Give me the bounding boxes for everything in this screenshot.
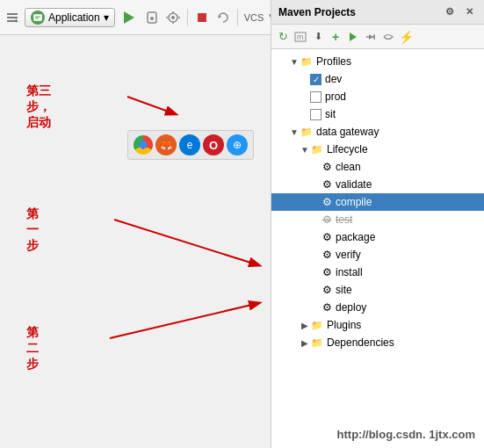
- rerun-icon[interactable]: [214, 9, 232, 26]
- maven-toolbar: ↻ m ⬇ + ⚡: [271, 25, 484, 49]
- profiles-toggle[interactable]: ▼: [289, 56, 300, 67]
- left-panel: 第三步，启动 🦊 e O ⊕ 第一步 第二步: [0, 35, 272, 448]
- dependencies-node[interactable]: ▶ 📁 Dependencies: [271, 334, 484, 351]
- validate-gear-icon: ⚙: [321, 178, 333, 191]
- browser-icons-row: 🦊 e O ⊕: [127, 130, 254, 160]
- run-config-dropdown-arrow[interactable]: ▾: [104, 11, 109, 24]
- debug-icon[interactable]: [143, 9, 161, 26]
- maven-settings-icon[interactable]: ⚙: [442, 4, 458, 20]
- install-label: install: [336, 266, 363, 278]
- edge-icon[interactable]: e: [179, 134, 200, 155]
- plugins-label: Plugins: [327, 319, 361, 331]
- profiles-label: Profiles: [316, 55, 351, 68]
- step3-label: 第三步，启动: [26, 83, 51, 131]
- opera-icon[interactable]: O: [203, 134, 224, 155]
- package-label: package: [336, 231, 375, 243]
- clean-label: clean: [336, 161, 361, 173]
- maven-run-lifecycle-icon[interactable]: [345, 29, 361, 45]
- profiles-folder-icon: 📁: [300, 56, 314, 67]
- plugins-folder-icon: 📁: [310, 320, 324, 330]
- separator2: [237, 9, 238, 26]
- stop-icon[interactable]: [193, 9, 211, 26]
- dependencies-folder-icon: 📁: [310, 337, 324, 348]
- validate-label: validate: [336, 178, 372, 191]
- maven-close-icon[interactable]: ✕: [461, 4, 477, 20]
- lifecycle-folder-icon: 📁: [310, 144, 324, 155]
- verify-gear-icon: ⚙: [321, 249, 333, 261]
- data-gateway-toggle[interactable]: ▼: [289, 126, 300, 137]
- clean-item[interactable]: ⚙ clean: [271, 158, 484, 176]
- step2-label: 第二步: [26, 325, 39, 372]
- maven-add-icon[interactable]: +: [328, 29, 343, 45]
- run-button[interactable]: [119, 9, 140, 26]
- validate-item[interactable]: ⚙ validate: [271, 176, 484, 193]
- maven-toggle-offline-icon[interactable]: [380, 29, 396, 45]
- watermark-text: http://blog.csdn. 1jtx.com: [337, 428, 475, 441]
- sit-item[interactable]: sit: [271, 105, 484, 123]
- browser5-icon[interactable]: ⊕: [227, 134, 248, 155]
- dev-checkbox[interactable]: ✓: [310, 74, 321, 85]
- svg-marker-26: [369, 34, 373, 40]
- dev-item[interactable]: ✓ dev: [271, 70, 484, 88]
- test-label: test: [336, 213, 352, 226]
- data-gateway-icon: 📁: [300, 126, 314, 137]
- sit-checkbox[interactable]: [310, 109, 321, 120]
- svg-rect-4: [33, 14, 42, 21]
- maven-run-triangle: [350, 33, 357, 41]
- lifecycle-node[interactable]: ▼ 📁 Lifecycle: [271, 141, 484, 158]
- deploy-gear-icon: ⚙: [321, 301, 333, 314]
- firefox-icon[interactable]: 🦊: [155, 134, 177, 155]
- prod-checkbox[interactable]: [310, 91, 321, 103]
- vcs1-label: VCS: [244, 12, 264, 23]
- plugins-toggle[interactable]: ▶: [300, 320, 310, 330]
- maven-projects-panel: Maven Projects ⚙ ✕ ↻ m ⬇ +: [271, 0, 484, 448]
- sort-icon[interactable]: ↑↓: [4, 9, 21, 26]
- compile-label: compile: [336, 196, 372, 208]
- chrome-icon[interactable]: [134, 135, 153, 155]
- maven-header: Maven Projects ⚙ ✕: [271, 0, 484, 25]
- compile-item[interactable]: ⚙ compile: [271, 193, 484, 211]
- svg-text:m: m: [297, 33, 304, 41]
- maven-title: Maven Projects: [278, 6, 356, 18]
- verify-label: verify: [336, 249, 361, 261]
- plugins-node[interactable]: ▶ 📁 Plugins: [271, 316, 484, 334]
- maven-lightning-icon[interactable]: ⚡: [398, 29, 414, 45]
- run-config-label: Application: [48, 11, 100, 24]
- maven-refresh-icon[interactable]: ↻: [275, 29, 291, 45]
- svg-marker-16: [219, 15, 221, 18]
- install-item[interactable]: ⚙ install: [271, 264, 484, 281]
- verify-item[interactable]: ⚙ verify: [271, 246, 484, 264]
- deploy-item[interactable]: ⚙ deploy: [271, 299, 484, 316]
- site-gear-icon: ⚙: [321, 284, 333, 296]
- svg-text:↑↓: ↑↓: [14, 17, 19, 25]
- deploy-label: deploy: [336, 301, 366, 314]
- run-config-button[interactable]: Application ▾: [25, 8, 115, 27]
- test-gear-icon: ⚙: [321, 213, 333, 226]
- sit-label: sit: [325, 108, 336, 120]
- package-item[interactable]: ⚙ package: [271, 228, 484, 246]
- package-gear-icon: ⚙: [321, 231, 333, 243]
- maven-download-icon[interactable]: ⬇: [310, 29, 326, 45]
- prod-label: prod: [325, 90, 346, 103]
- maven-skip-tests-icon[interactable]: [363, 29, 379, 45]
- maven-add-maven-icon[interactable]: m: [293, 29, 308, 45]
- build-icon[interactable]: [164, 9, 182, 26]
- maven-tree: ▼ 📁 Profiles ✓ dev prod sit ▼ 📁 data gat…: [271, 49, 484, 355]
- dependencies-label: Dependencies: [327, 336, 394, 349]
- profiles-node[interactable]: ▼ 📁 Profiles: [271, 53, 484, 70]
- test-item[interactable]: ⚙ test: [271, 211, 484, 228]
- site-item[interactable]: ⚙ site: [271, 281, 484, 299]
- prod-item[interactable]: prod: [271, 88, 484, 105]
- data-gateway-node[interactable]: ▼ 📁 data gateway: [271, 123, 484, 141]
- site-label: site: [336, 284, 352, 296]
- run-triangle-icon: [124, 11, 134, 24]
- dependencies-toggle[interactable]: ▶: [300, 337, 310, 348]
- lifecycle-toggle[interactable]: ▼: [300, 144, 310, 155]
- install-gear-icon: ⚙: [321, 266, 333, 278]
- svg-point-8: [150, 17, 154, 20]
- lifecycle-label: Lifecycle: [327, 143, 368, 155]
- svg-rect-15: [198, 13, 206, 22]
- watermark: http://blog.csdn. 1jtx.com: [337, 428, 475, 441]
- step1-label: 第一步: [26, 206, 39, 254]
- clean-gear-icon: ⚙: [321, 161, 333, 173]
